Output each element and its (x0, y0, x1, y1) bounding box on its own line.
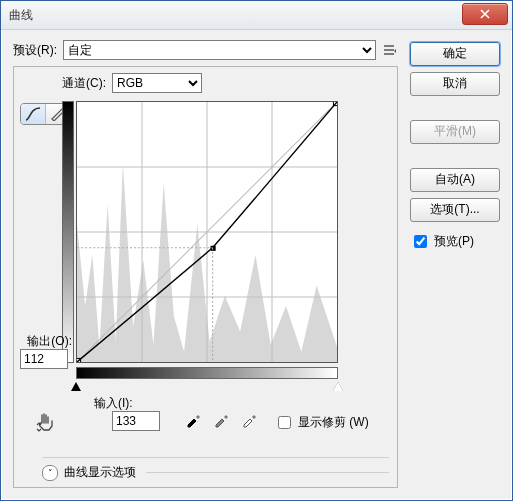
window-title: 曲线 (9, 7, 462, 24)
client-area: 预设(R): 自定 通道(C): RGB (1, 30, 512, 500)
output-label: 输出(O): (14, 333, 72, 350)
target-adjust-icon[interactable] (32, 411, 58, 433)
channel-select[interactable]: RGB (112, 73, 202, 93)
white-point-slider[interactable] (333, 382, 343, 391)
options-button[interactable]: 选项(T)... (410, 198, 500, 222)
channel-row: 通道(C): RGB (62, 73, 389, 93)
auto-button[interactable]: 自动(A) (410, 168, 500, 192)
expand-icon[interactable]: ˅ (42, 465, 58, 481)
preset-select[interactable]: 自定 (63, 40, 376, 60)
input-gradient (76, 367, 338, 379)
left-column: 预设(R): 自定 通道(C): RGB (13, 40, 398, 488)
show-clipping-row: 显示修剪 (W) (274, 413, 369, 432)
eyedropper-white-icon[interactable] (240, 411, 258, 429)
titlebar[interactable]: 曲线 (1, 1, 512, 30)
curves-panel: 通道(C): RGB (13, 66, 398, 488)
smooth-button: 平滑(M) (410, 120, 500, 144)
preview-row: 预览(P) (410, 232, 500, 251)
input-label: 输入(I): (94, 395, 133, 412)
eyedropper-gray-icon[interactable] (212, 411, 230, 429)
close-button[interactable] (462, 3, 508, 25)
output-input[interactable] (20, 349, 68, 369)
curve-tool-icon[interactable] (21, 104, 46, 124)
right-column: 确定 取消 平滑(M) 自动(A) 选项(T)... 预览(P) (410, 40, 500, 488)
output-gradient (62, 101, 74, 363)
show-clipping-checkbox[interactable] (278, 416, 291, 429)
curves-dialog: 曲线 预设(R): 自定 通道(C): RGB (0, 0, 513, 501)
preview-label: 预览(P) (434, 233, 474, 250)
display-options-label: 曲线显示选项 (64, 464, 136, 481)
black-point-slider[interactable] (71, 382, 81, 391)
cancel-button[interactable]: 取消 (410, 72, 500, 96)
input-input[interactable] (112, 411, 160, 431)
preset-menu-icon[interactable] (382, 42, 398, 58)
preview-checkbox[interactable] (414, 235, 427, 248)
eyedropper-black-icon[interactable] (184, 411, 202, 429)
eyedropper-group (184, 411, 258, 429)
curve-graph[interactable] (76, 101, 338, 363)
preset-row: 预设(R): 自定 (13, 40, 398, 60)
preset-label: 预设(R): (13, 42, 57, 59)
ok-button[interactable]: 确定 (410, 42, 500, 66)
channel-label: 通道(C): (62, 75, 106, 92)
close-icon (480, 9, 490, 19)
show-clipping-label: 显示修剪 (W) (298, 414, 369, 431)
input-slider[interactable] (76, 381, 338, 393)
display-options-row[interactable]: ˅ 曲线显示选项 (42, 457, 389, 481)
